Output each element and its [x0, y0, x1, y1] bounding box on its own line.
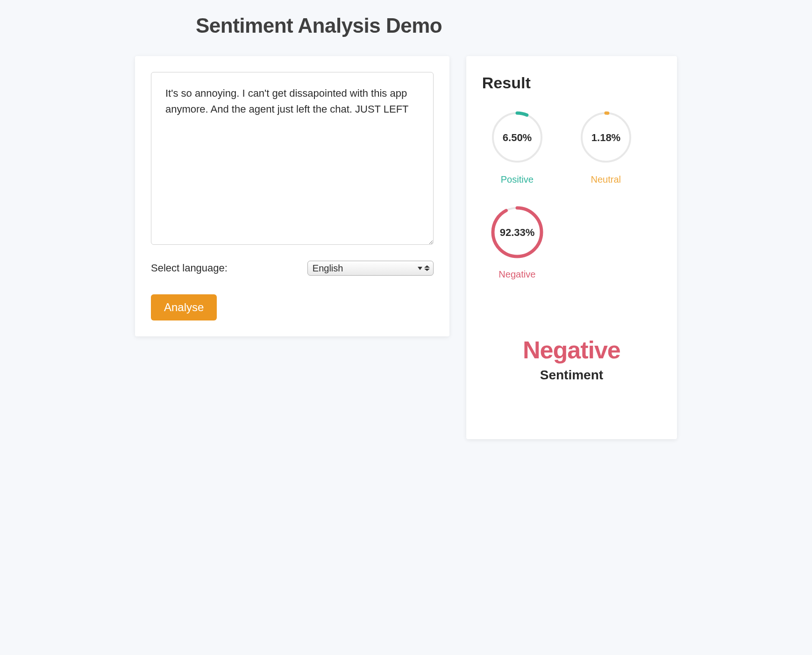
result-card: Result 6.50%Positive1.18%Neutral92.33%Ne… [466, 56, 677, 439]
verdict-label: Negative [482, 336, 661, 364]
language-label: Select language: [151, 262, 228, 274]
gauge-ring-negative: 92.33% [487, 202, 548, 263]
analyse-button[interactable]: Analyse [151, 294, 217, 320]
gauge-value-neutral: 1.18% [591, 132, 620, 143]
sentiment-input[interactable] [151, 72, 434, 245]
page-title: Sentiment Analysis Demo [196, 14, 677, 37]
gauge-ring-positive: 6.50% [487, 107, 548, 168]
gauge-label-neutral: Neutral [591, 174, 621, 185]
language-select[interactable]: English [307, 261, 434, 276]
input-card: Select language: English Analyse [135, 56, 449, 336]
gauge-negative: 92.33%Negative [482, 202, 552, 280]
gauge-neutral: 1.18%Neutral [571, 107, 641, 185]
gauge-label-positive: Positive [501, 174, 534, 185]
verdict-sub: Sentiment [482, 368, 661, 383]
gauge-ring-neutral: 1.18% [576, 107, 636, 168]
gauge-value-negative: 92.33% [499, 227, 534, 238]
gauge-value-positive: 6.50% [503, 132, 532, 143]
result-heading: Result [482, 74, 661, 92]
gauge-label-negative: Negative [499, 269, 535, 280]
gauges-container: 6.50%Positive1.18%Neutral92.33%Negative [482, 107, 661, 280]
gauge-positive: 6.50%Positive [482, 107, 552, 185]
